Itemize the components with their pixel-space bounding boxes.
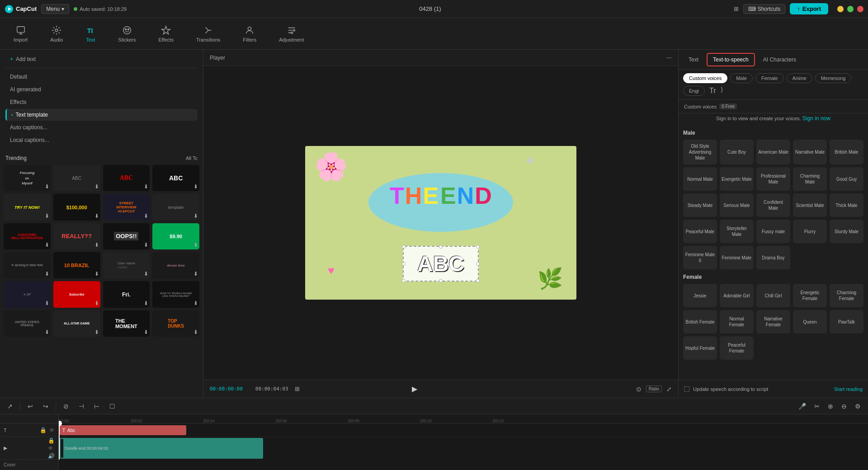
voice-american-male[interactable]: American Male <box>756 140 790 164</box>
template-item[interactable]: THEMOMENT ⬇ <box>103 310 150 337</box>
voice-peaceful-female[interactable]: Peaceful Female <box>720 336 754 360</box>
handle-br[interactable] <box>476 279 480 282</box>
tab-text[interactable]: Text <box>683 54 704 66</box>
nav-ai-generated[interactable]: AI generated <box>5 84 198 95</box>
voice-drama-boy[interactable]: Drama Boy <box>756 246 790 269</box>
update-speech-checkbox[interactable] <box>684 386 689 392</box>
voice-charming-male[interactable]: Charming Male <box>793 167 827 191</box>
voice-jessie[interactable]: Jessie <box>683 284 717 307</box>
filter-memesong[interactable]: Memesong <box>815 73 851 83</box>
download-icon[interactable]: ⬇ <box>94 213 99 219</box>
filter-more-icon[interactable]: Tr <box>708 86 718 96</box>
nav-effects[interactable]: Effects <box>5 96 198 108</box>
download-icon[interactable]: ⬇ <box>94 300 99 306</box>
tab-ai-characters[interactable]: AI Characters <box>758 54 802 66</box>
download-icon[interactable]: ⬇ <box>193 213 198 219</box>
tl-select-tool[interactable]: ↗ <box>5 401 15 411</box>
toolbar-adjustment[interactable]: Adjustment <box>274 23 308 45</box>
voice-british-female[interactable]: British Female <box>683 310 717 334</box>
download-icon[interactable]: ⬇ <box>94 329 99 335</box>
handle-bm[interactable] <box>439 279 443 282</box>
minimize-button[interactable] <box>837 6 844 12</box>
voice-feminine-male-ii[interactable]: Feminine Male II <box>683 246 717 269</box>
template-item[interactable]: ABC ⬇ <box>152 165 199 191</box>
template-item[interactable]: STREETINTERVIEW#CAPCUT ⬇ <box>103 194 150 220</box>
lock-icon-v[interactable]: 🔒 <box>48 437 55 444</box>
close-button[interactable] <box>857 6 863 12</box>
tl-zoom-in[interactable]: ⊕ <box>825 401 836 411</box>
template-item[interactable]: 10 BRAZIL ⬇ <box>53 252 100 278</box>
filter-expand-icon[interactable]: ⟩ <box>721 86 723 96</box>
voice-narrative-female[interactable]: Narrative Female <box>756 310 790 334</box>
toolbar-effects[interactable]: Effects <box>154 23 178 45</box>
voice-energetic-female[interactable]: Energetic Female <box>793 284 827 307</box>
nav-add-text[interactable]: + Add text <box>5 53 198 65</box>
tab-text-to-speech[interactable]: Text-to-speech <box>707 53 755 66</box>
toolbar-audio[interactable]: Audio <box>46 23 67 45</box>
voice-narrative-male[interactable]: Narrative Male <box>793 140 827 164</box>
template-item[interactable]: HOW TO TRAIN A SHARKLIKE STEPH REUNK? ⬇ <box>152 281 199 307</box>
template-item[interactable]: ✈ arriving in New York ⬇ <box>4 252 51 278</box>
tl-clip-tool[interactable]: ✂ <box>811 401 822 411</box>
template-item[interactable]: $100,000 ⬇ <box>53 194 100 220</box>
voice-peaceful-male[interactable]: Peaceful Male <box>683 220 717 243</box>
tl-undo[interactable]: ↩ <box>25 401 36 411</box>
toolbar-text[interactable]: TI Text <box>81 23 100 45</box>
voice-british-male[interactable]: British Male <box>830 140 863 164</box>
tl-split[interactable]: ⊘ <box>61 401 71 411</box>
voice-normal-female[interactable]: Normal Female <box>720 310 754 334</box>
video-clip[interactable]: Doodle end 00:00:04:03 <box>60 438 263 459</box>
play-button[interactable]: ▶ <box>412 385 417 393</box>
menu-button[interactable]: Menu ▾ <box>41 4 69 14</box>
download-icon[interactable]: ⬇ <box>193 271 198 277</box>
voice-queen[interactable]: Queen <box>793 310 827 334</box>
download-icon[interactable]: ⬇ <box>193 183 198 190</box>
voice-adorable-girl[interactable]: Adorable Girl <box>720 284 754 307</box>
scene-icon[interactable]: ⊙ <box>636 385 642 393</box>
download-icon[interactable]: ⬇ <box>94 183 99 190</box>
tl-zoom-out[interactable]: ⊖ <box>839 401 849 411</box>
template-item[interactable]: SUBSCRIBEBELL NOTIFICATION ⬇ <box>4 223 51 249</box>
tl-trim-left[interactable]: ⊣ <box>76 401 87 411</box>
toolbar-import[interactable]: Import <box>9 23 32 45</box>
eye-icon-v[interactable]: 👁 <box>48 445 55 451</box>
template-item[interactable]: User namesubtitle ⬇ <box>103 252 150 278</box>
template-item[interactable]: template ⬇ <box>152 194 199 220</box>
voice-flurry[interactable]: Flurry <box>793 220 827 243</box>
tl-right-content[interactable]: 00:00 |00:02 |00:04 |00:06 |00:08 |00:10… <box>59 414 868 470</box>
voice-serious-male[interactable]: Serious Male <box>720 193 754 217</box>
player-menu-icon[interactable]: ⋯ <box>666 55 672 61</box>
settings-icon[interactable]: ⊞ <box>734 5 739 12</box>
template-item[interactable]: TOPDUNKS ⬇ <box>152 310 199 337</box>
download-icon[interactable]: ⬇ <box>94 242 99 248</box>
tl-settings-icon[interactable]: ⚙ <box>852 401 863 411</box>
filter-custom-voices[interactable]: Custom voices <box>683 73 727 83</box>
toolbar-filters[interactable]: Filters <box>238 23 261 45</box>
template-item[interactable]: ABC ⬇ <box>53 165 100 191</box>
nav-text-template[interactable]: • Text template <box>5 109 198 121</box>
text-track[interactable]: T Abc <box>59 423 868 437</box>
volume-icon[interactable]: 🔊 <box>48 453 55 459</box>
abc-box[interactable]: ABC <box>403 246 479 282</box>
filter-female[interactable]: Female <box>755 73 784 83</box>
template-item[interactable]: FocusingonMyself ⬇ <box>4 165 51 191</box>
template-item[interactable]: Fri. ⬇ <box>103 281 150 307</box>
tl-delete[interactable]: ☐ <box>107 401 118 411</box>
download-icon[interactable]: ⬇ <box>45 329 49 335</box>
download-icon[interactable]: ⬇ <box>144 213 148 219</box>
handle-tm[interactable] <box>439 245 443 249</box>
download-icon[interactable]: ⬇ <box>45 242 49 248</box>
filter-male[interactable]: Male <box>730 73 753 83</box>
handle-mr[interactable] <box>476 262 480 266</box>
player-canvas[interactable]: 🌸 ✦ 🌿 ♥ T H E E N D ABC <box>203 66 678 380</box>
nav-default[interactable]: Default <box>5 71 198 83</box>
all-te-link[interactable]: All Tc <box>186 155 198 161</box>
nav-local-caption[interactable]: Local captions... <box>5 134 198 146</box>
voice-hopful-female[interactable]: Hopful Female <box>683 336 717 360</box>
shortcuts-button[interactable]: ⌨ Shortcuts <box>743 4 786 14</box>
nav-auto-caption[interactable]: Auto captions... <box>5 122 198 133</box>
download-icon[interactable]: ⬇ <box>45 213 49 219</box>
voice-normal-male[interactable]: Normal Male <box>683 167 717 191</box>
tl-mic-icon[interactable]: 🎤 <box>796 401 809 411</box>
voice-chill-girl[interactable]: Chill Girl <box>756 284 790 307</box>
